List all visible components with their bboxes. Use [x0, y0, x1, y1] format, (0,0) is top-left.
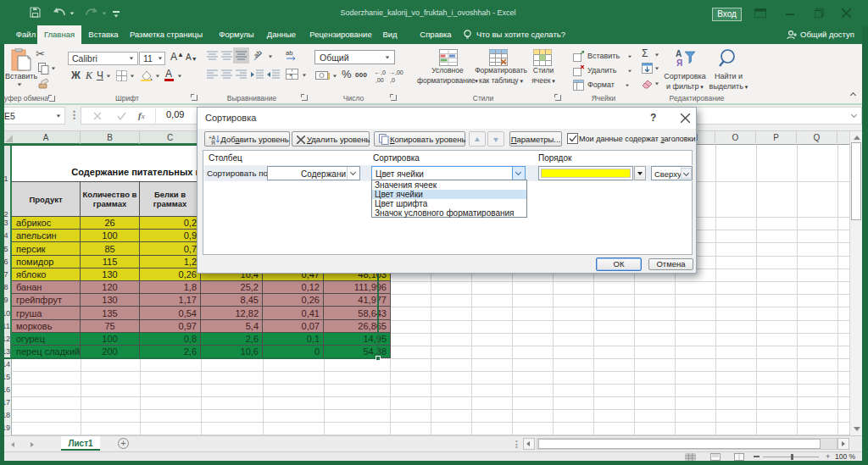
svg-text:Я: Я: [676, 58, 682, 68]
svg-text:Я: Я: [211, 140, 215, 146]
svg-text:А: А: [676, 49, 682, 58]
svg-text:ab: ab: [286, 49, 292, 57]
svg-text:ab: ab: [253, 49, 264, 59]
